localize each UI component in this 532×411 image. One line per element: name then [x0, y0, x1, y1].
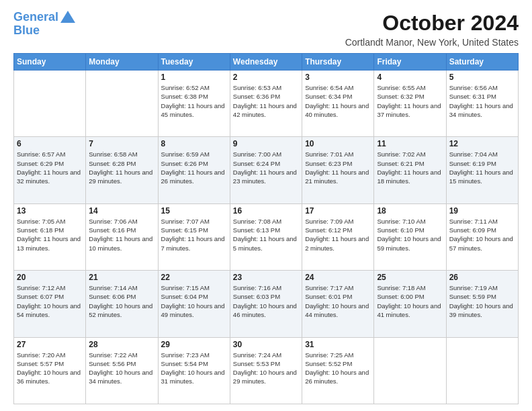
day-info: Sunrise: 7:05 AMSunset: 6:18 PMDaylight:…: [17, 217, 83, 253]
page: General Blue October 2024 Cortlandt Mano…: [0, 0, 532, 411]
day-info: Sunrise: 7:19 AMSunset: 5:59 PMDaylight:…: [449, 283, 515, 319]
col-tuesday: Tuesday: [158, 54, 230, 71]
day-info: Sunrise: 7:24 AMSunset: 5:53 PMDaylight:…: [233, 351, 299, 386]
calendar-cell: [14, 71, 86, 137]
calendar-cell: 25Sunrise: 7:18 AMSunset: 6:00 PMDayligh…: [374, 271, 446, 337]
day-info: Sunrise: 6:58 AMSunset: 6:28 PMDaylight:…: [89, 150, 154, 185]
calendar-cell: [446, 337, 518, 404]
day-number: 5: [449, 73, 515, 82]
svg-marker-0: [60, 11, 75, 23]
calendar-week-row: 6Sunrise: 6:57 AMSunset: 6:29 PMDaylight…: [14, 137, 519, 203]
day-number: 24: [305, 273, 371, 282]
col-friday: Friday: [374, 54, 446, 71]
day-info: Sunrise: 7:06 AMSunset: 6:16 PMDaylight:…: [89, 217, 154, 253]
calendar-cell: 28Sunrise: 7:22 AMSunset: 5:56 PMDayligh…: [86, 337, 158, 404]
calendar-cell: 19Sunrise: 7:11 AMSunset: 6:09 PMDayligh…: [446, 203, 518, 270]
calendar-cell: 21Sunrise: 7:14 AMSunset: 6:06 PMDayligh…: [86, 271, 158, 337]
day-info: Sunrise: 7:12 AMSunset: 6:07 PMDaylight:…: [17, 283, 83, 319]
day-info: Sunrise: 6:53 AMSunset: 6:36 PMDaylight:…: [233, 83, 299, 119]
calendar-cell: 15Sunrise: 7:07 AMSunset: 6:15 PMDayligh…: [158, 203, 230, 270]
calendar-cell: 22Sunrise: 7:15 AMSunset: 6:04 PMDayligh…: [158, 271, 230, 337]
col-monday: Monday: [86, 54, 158, 71]
calendar-cell: 30Sunrise: 7:24 AMSunset: 5:53 PMDayligh…: [230, 337, 302, 404]
calendar-week-row: 20Sunrise: 7:12 AMSunset: 6:07 PMDayligh…: [14, 271, 519, 337]
day-number: 15: [161, 206, 227, 216]
day-number: 17: [305, 206, 371, 216]
calendar-cell: 23Sunrise: 7:16 AMSunset: 6:03 PMDayligh…: [230, 271, 302, 337]
day-info: Sunrise: 7:22 AMSunset: 5:56 PMDaylight:…: [89, 351, 154, 386]
calendar-cell: 4Sunrise: 6:55 AMSunset: 6:32 PMDaylight…: [374, 71, 446, 137]
day-number: 13: [17, 206, 83, 216]
calendar-cell: 5Sunrise: 6:56 AMSunset: 6:31 PMDaylight…: [446, 71, 518, 137]
day-number: 7: [89, 139, 154, 148]
calendar-cell: 1Sunrise: 6:52 AMSunset: 6:38 PMDaylight…: [158, 71, 230, 137]
calendar-cell: 14Sunrise: 7:06 AMSunset: 6:16 PMDayligh…: [86, 203, 158, 270]
day-number: 29: [161, 340, 227, 349]
day-info: Sunrise: 7:23 AMSunset: 5:54 PMDaylight:…: [161, 351, 227, 386]
calendar-cell: 12Sunrise: 7:04 AMSunset: 6:19 PMDayligh…: [446, 137, 518, 203]
calendar-cell: 27Sunrise: 7:20 AMSunset: 5:57 PMDayligh…: [14, 337, 86, 404]
calendar-cell: 18Sunrise: 7:10 AMSunset: 6:10 PMDayligh…: [374, 203, 446, 270]
day-info: Sunrise: 7:09 AMSunset: 6:12 PMDaylight:…: [305, 217, 371, 253]
day-info: Sunrise: 6:57 AMSunset: 6:29 PMDaylight:…: [17, 150, 83, 185]
day-info: Sunrise: 7:02 AMSunset: 6:21 PMDaylight:…: [377, 150, 443, 185]
day-info: Sunrise: 7:10 AMSunset: 6:10 PMDaylight:…: [377, 217, 443, 253]
day-number: 14: [89, 206, 154, 216]
day-number: 9: [233, 139, 299, 148]
day-info: Sunrise: 7:15 AMSunset: 6:04 PMDaylight:…: [161, 283, 227, 319]
day-info: Sunrise: 6:52 AMSunset: 6:38 PMDaylight:…: [161, 83, 227, 119]
title-block: October 2024 Cortlandt Manor, New York, …: [345, 11, 519, 48]
calendar-cell: 8Sunrise: 6:59 AMSunset: 6:26 PMDaylight…: [158, 137, 230, 203]
day-info: Sunrise: 7:25 AMSunset: 5:52 PMDaylight:…: [305, 351, 371, 386]
calendar-week-row: 1Sunrise: 6:52 AMSunset: 6:38 PMDaylight…: [14, 71, 519, 137]
day-number: 6: [17, 139, 83, 148]
day-info: Sunrise: 7:20 AMSunset: 5:57 PMDaylight:…: [17, 351, 83, 386]
calendar-cell: 11Sunrise: 7:02 AMSunset: 6:21 PMDayligh…: [374, 137, 446, 203]
day-number: 1: [161, 73, 227, 82]
calendar-week-row: 13Sunrise: 7:05 AMSunset: 6:18 PMDayligh…: [14, 203, 519, 270]
calendar-week-row: 27Sunrise: 7:20 AMSunset: 5:57 PMDayligh…: [14, 337, 519, 404]
day-info: Sunrise: 7:16 AMSunset: 6:03 PMDaylight:…: [233, 283, 299, 319]
main-title: October 2024: [345, 11, 519, 36]
day-info: Sunrise: 7:04 AMSunset: 6:19 PMDaylight:…: [449, 150, 515, 185]
day-info: Sunrise: 7:08 AMSunset: 6:13 PMDaylight:…: [233, 217, 299, 253]
day-number: 4: [377, 73, 443, 82]
day-number: 21: [89, 273, 154, 282]
col-wednesday: Wednesday: [230, 54, 302, 71]
day-number: 8: [161, 139, 227, 148]
calendar-cell: 10Sunrise: 7:01 AMSunset: 6:23 PMDayligh…: [302, 137, 374, 203]
day-info: Sunrise: 6:55 AMSunset: 6:32 PMDaylight:…: [377, 83, 443, 119]
day-number: 10: [305, 139, 371, 148]
day-number: 25: [377, 273, 443, 282]
day-info: Sunrise: 7:14 AMSunset: 6:06 PMDaylight:…: [89, 283, 154, 319]
calendar-cell: 26Sunrise: 7:19 AMSunset: 5:59 PMDayligh…: [446, 271, 518, 337]
day-number: 11: [377, 139, 443, 148]
calendar-cell: 31Sunrise: 7:25 AMSunset: 5:52 PMDayligh…: [302, 337, 374, 404]
calendar-cell: 16Sunrise: 7:08 AMSunset: 6:13 PMDayligh…: [230, 203, 302, 270]
day-info: Sunrise: 7:18 AMSunset: 6:00 PMDaylight:…: [377, 283, 443, 319]
day-number: 30: [233, 340, 299, 349]
day-number: 23: [233, 273, 299, 282]
calendar-cell: 29Sunrise: 7:23 AMSunset: 5:54 PMDayligh…: [158, 337, 230, 404]
calendar-cell: 17Sunrise: 7:09 AMSunset: 6:12 PMDayligh…: [302, 203, 374, 270]
day-number: 27: [17, 340, 83, 349]
day-info: Sunrise: 7:17 AMSunset: 6:01 PMDaylight:…: [305, 283, 371, 319]
day-info: Sunrise: 7:01 AMSunset: 6:23 PMDaylight:…: [305, 150, 371, 185]
calendar-cell: 2Sunrise: 6:53 AMSunset: 6:36 PMDaylight…: [230, 71, 302, 137]
day-info: Sunrise: 7:07 AMSunset: 6:15 PMDaylight:…: [161, 217, 227, 253]
calendar-cell: 13Sunrise: 7:05 AMSunset: 6:18 PMDayligh…: [14, 203, 86, 270]
day-number: 3: [305, 73, 371, 82]
calendar-cell: 24Sunrise: 7:17 AMSunset: 6:01 PMDayligh…: [302, 271, 374, 337]
day-number: 18: [377, 206, 443, 216]
day-info: Sunrise: 7:00 AMSunset: 6:24 PMDaylight:…: [233, 150, 299, 185]
calendar-cell: 7Sunrise: 6:58 AMSunset: 6:28 PMDaylight…: [86, 137, 158, 203]
calendar-cell: [86, 71, 158, 137]
day-number: 31: [305, 340, 371, 349]
day-number: 19: [449, 206, 515, 216]
day-number: 28: [89, 340, 154, 349]
col-thursday: Thursday: [302, 54, 374, 71]
calendar-table: Sunday Monday Tuesday Wednesday Thursday…: [13, 53, 519, 404]
calendar-cell: 6Sunrise: 6:57 AMSunset: 6:29 PMDaylight…: [14, 137, 86, 203]
logo-icon: [60, 9, 75, 24]
calendar-cell: 9Sunrise: 7:00 AMSunset: 6:24 PMDaylight…: [230, 137, 302, 203]
